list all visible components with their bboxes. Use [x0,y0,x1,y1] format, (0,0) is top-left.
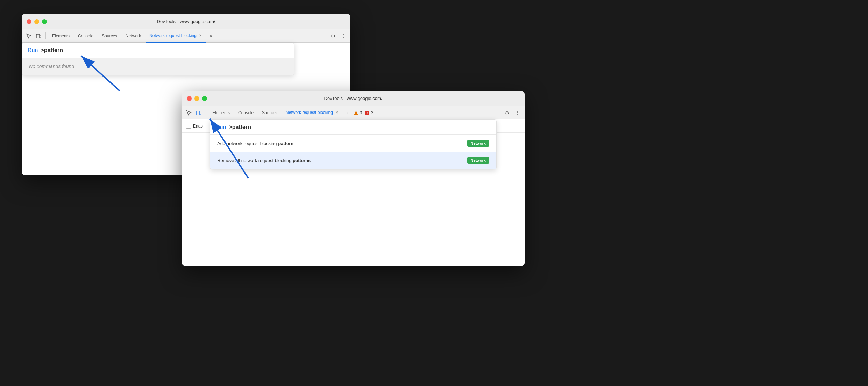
close-button-1[interactable] [27,19,31,24]
tab-elements-2[interactable]: Elements [209,106,233,119]
devtools-window-2: DevTools - www.google.com/ Elements Cons… [182,91,525,266]
tab-console-2[interactable]: Console [235,106,257,119]
tab-sources-1[interactable]: Sources [98,29,121,43]
tab-elements-1[interactable]: Elements [49,29,73,43]
command-palette-2: Run >pattern Add network request blockin… [210,119,497,169]
command-input-row-2: Run >pattern [210,120,496,135]
warning-count: 3 [360,110,362,115]
error-icon: ! [365,110,370,115]
command-input-row-1: Run >pattern [22,43,294,58]
maximize-button-1[interactable] [42,19,47,24]
gear-icon-2[interactable]: ⚙ [503,109,511,117]
svg-rect-5 [200,112,201,115]
result-text-2: Remove all network request blocking patt… [217,158,462,163]
minimize-button-2[interactable] [194,96,199,101]
run-label-2: Run [216,124,226,130]
titlebar-1: DevTools - www.google.com/ [22,14,350,29]
menu-icon-1[interactable]: ⋮ [339,32,348,40]
toolbar-divider-2 [206,109,206,116]
svg-rect-1 [40,35,41,38]
result-row-1[interactable]: Add network request blocking pattern Net… [210,135,496,152]
tab-close-icon-2[interactable]: ✕ [334,110,339,115]
enable-label-2: Enab [193,124,203,129]
command-palette-1: Run >pattern No commands found [22,43,294,75]
warning-badge: ! 3 [354,110,362,115]
toolbar-gear-1: ⚙ ⋮ [329,32,348,40]
svg-rect-0 [36,34,40,38]
more-tabs-icon-1[interactable]: » [208,34,214,38]
device-icon-1[interactable] [34,32,43,40]
no-results-1: No commands found [22,58,294,75]
svg-text:!: ! [367,111,368,115]
command-text-2: >pattern [229,124,251,130]
command-text-1: >pattern [41,47,63,53]
tab-sources-2[interactable]: Sources [258,106,281,119]
window-controls-2 [187,96,207,101]
svg-text:!: ! [355,112,356,115]
toolbar-gear-2: ⚙ ⋮ [503,109,522,117]
tab-network-1[interactable]: Network [122,29,144,43]
window-title-2: DevTools - www.google.com/ [324,96,383,101]
window-title-1: DevTools - www.google.com/ [157,19,215,24]
tab-console-1[interactable]: Console [74,29,97,43]
result-text-1: Add network request blocking pattern [217,141,462,146]
result-badge-2: Network [467,157,489,164]
device-icon-2[interactable] [194,109,203,117]
content-2: Enab Run >pattern Add network request bl… [182,119,525,266]
tab-network-blocking-1[interactable]: Network request blocking ✕ [146,29,206,43]
error-count: 2 [371,110,373,115]
menu-icon-2[interactable]: ⋮ [513,109,522,117]
minimize-button-1[interactable] [34,19,39,24]
toolbar-divider-1 [45,32,46,39]
maximize-button-2[interactable] [202,96,207,101]
inspect-icon-2[interactable] [185,109,193,117]
window-controls-1 [27,19,47,24]
tab-network-blocking-2[interactable]: Network request blocking ✕ [282,106,343,119]
close-button-2[interactable] [187,96,192,101]
result-row-2[interactable]: Remove all network request blocking patt… [210,152,496,169]
enable-checkbox-2[interactable] [186,124,191,129]
error-badge: ! 2 [365,110,373,115]
titlebar-2: DevTools - www.google.com/ [182,91,525,106]
run-label-1: Run [28,47,38,53]
more-tabs-icon-2[interactable]: » [344,110,351,115]
result-badge-1: Network [467,140,489,147]
tab-close-icon-1[interactable]: ✕ [198,33,203,38]
warning-icon: ! [354,110,358,115]
gear-icon-1[interactable]: ⚙ [329,32,337,40]
svg-rect-4 [197,111,200,115]
toolbar-2: Elements Console Sources Network request… [182,106,525,119]
toolbar-1: Elements Console Sources Network Network… [22,29,350,43]
inspect-icon-1[interactable] [24,32,33,40]
